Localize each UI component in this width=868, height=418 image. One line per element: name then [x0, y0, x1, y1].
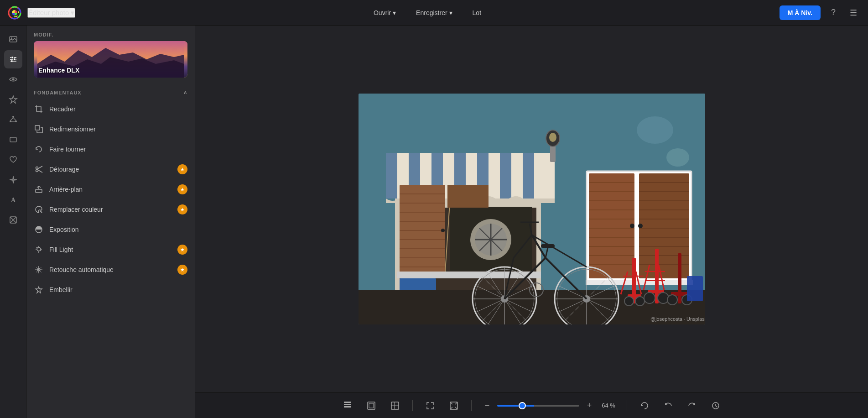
svg-point-11: [13, 58, 16, 61]
rotate-view-button[interactable]: [636, 397, 653, 414]
fondamentaux-header[interactable]: FONDAMENTAUX ∧: [26, 85, 195, 99]
layers-button[interactable]: [339, 397, 356, 414]
svg-point-52: [637, 116, 673, 144]
sidebar-item-arriere-plan[interactable]: Arrière-plan ★: [26, 179, 195, 199]
svg-point-151: [635, 297, 645, 306]
svg-rect-88: [397, 272, 541, 278]
retouch-icon: [34, 265, 44, 275]
arriere-plan-label: Arrière-plan: [49, 186, 172, 193]
modif-label: MODIF.: [34, 32, 53, 37]
topbar-right: M À Niv. ? ☰: [780, 5, 861, 20]
zoom-slider[interactable]: [497, 405, 579, 407]
sidebar-item-recadrer[interactable]: Recadrer: [26, 99, 195, 119]
photo-frame: @josephcosta · Unsplash: [359, 94, 705, 324]
sidebar-item-brush[interactable]: [4, 211, 22, 229]
help-icon: ?: [831, 8, 836, 17]
sidebar-item-heart[interactable]: [4, 151, 22, 169]
sidebar-item-sliders[interactable]: [4, 50, 22, 68]
faire-tourner-label: Faire tourner: [49, 146, 187, 153]
preset-card[interactable]: Enhance DLX: [34, 41, 187, 78]
menu-button[interactable]: ☰: [846, 5, 861, 20]
svg-line-33: [38, 170, 43, 173]
svg-rect-172: [368, 402, 375, 409]
zoom-controls: − + 64 %: [481, 399, 618, 412]
svg-rect-63: [500, 153, 511, 199]
undo-button[interactable]: [660, 397, 676, 414]
background-icon: [34, 184, 44, 194]
zoom-value-label: 64 %: [599, 402, 618, 409]
sidebar-item-detourage[interactable]: Détourage ★: [26, 159, 195, 179]
sidebar-item-embellir[interactable]: Embellir: [26, 280, 195, 300]
sidebar-item-redimensionner[interactable]: Redimensionner: [26, 119, 195, 139]
svg-line-18: [10, 118, 13, 120]
svg-point-15: [12, 116, 14, 118]
app-logo: [7, 5, 22, 20]
main-area: A MODIF.: [0, 26, 868, 418]
topbar-center: Ouvrir ▾ Enregistrer ▾ Lot: [81, 6, 774, 19]
svg-point-7: [11, 37, 12, 39]
grid-button[interactable]: [387, 397, 403, 414]
beautify-icon: [34, 285, 44, 295]
ouvrir-button[interactable]: Ouvrir ▾: [369, 6, 400, 19]
embellir-label: Embellir: [49, 286, 187, 293]
sidebar-item-rect[interactable]: [4, 131, 22, 149]
svg-rect-34: [36, 189, 42, 193]
svg-point-79: [441, 229, 445, 232]
sidebar-item-fill-light[interactable]: Fill Light ★: [26, 240, 195, 260]
enregistrer-button[interactable]: Enregistrer ▾: [411, 6, 457, 19]
svg-point-31: [36, 170, 38, 172]
clock-button[interactable]: [707, 397, 724, 414]
crop-icon: [34, 104, 44, 114]
sidebar-item-exposition[interactable]: Exposition: [26, 219, 195, 240]
sidebar-item-text[interactable]: A: [4, 191, 22, 209]
scissors-icon: [34, 164, 44, 174]
svg-rect-170: [344, 406, 351, 408]
fit-button[interactable]: [422, 397, 438, 414]
lot-label: Lot: [473, 9, 481, 16]
sidebar-item-sparkle[interactable]: [4, 171, 22, 189]
app-title-text: Éditeur photo: [28, 9, 69, 16]
svg-rect-169: [344, 404, 351, 405]
upgrade-button[interactable]: M À Niv.: [780, 5, 821, 20]
zoom-out-button[interactable]: −: [481, 399, 494, 412]
app-title-arrow: ▾: [71, 9, 74, 17]
svg-rect-173: [369, 403, 374, 408]
sidebar-item-faire-tourner[interactable]: Faire tourner: [26, 139, 195, 159]
menu-icon: ☰: [850, 8, 857, 18]
frame-button[interactable]: [363, 397, 379, 414]
fill-light-icon: [34, 245, 44, 255]
redo-button[interactable]: [684, 397, 700, 414]
svg-point-102: [630, 224, 634, 228]
svg-point-158: [658, 293, 669, 303]
photo-container: @josephcosta · Unsplash: [359, 94, 705, 324]
lot-button[interactable]: Lot: [468, 6, 486, 19]
svg-line-19: [13, 118, 16, 120]
modif-header: MODIF.: [26, 26, 195, 41]
sidebar-item-eye[interactable]: [4, 70, 22, 89]
svg-line-180: [716, 406, 717, 407]
sidebar-item-retouche-auto[interactable]: Retouche automatique ★: [26, 260, 195, 280]
zoom-in-button[interactable]: +: [583, 399, 596, 412]
upgrade-label: M À Niv.: [788, 9, 812, 16]
svg-text:A: A: [11, 197, 16, 204]
enregistrer-arrow: ▾: [449, 9, 452, 16]
help-button[interactable]: ?: [826, 5, 841, 20]
enregistrer-label: Enregistrer: [416, 9, 447, 16]
sidebar-panel: MODIF.: [26, 26, 195, 418]
svg-rect-146: [541, 244, 555, 248]
svg-rect-91: [589, 173, 634, 278]
expand-button[interactable]: [446, 397, 462, 414]
sidebar-item-star[interactable]: [4, 90, 22, 109]
svg-rect-163: [678, 253, 681, 303]
svg-point-53: [666, 148, 689, 167]
fill-light-label: Fill Light: [49, 246, 172, 253]
app-title-button[interactable]: Éditeur photo ▾: [27, 8, 75, 18]
sidebar-item-nodes[interactable]: [4, 110, 22, 129]
sidebar-item-remplacer-couleur[interactable]: Remplacer couleur ★: [26, 199, 195, 219]
svg-line-43: [36, 247, 37, 248]
svg-rect-171: [344, 402, 351, 403]
section-arrow-icon: ∧: [183, 89, 187, 95]
svg-line-32: [38, 166, 43, 169]
sidebar-item-photo[interactable]: [4, 30, 22, 48]
fill-light-badge: ★: [177, 245, 187, 255]
